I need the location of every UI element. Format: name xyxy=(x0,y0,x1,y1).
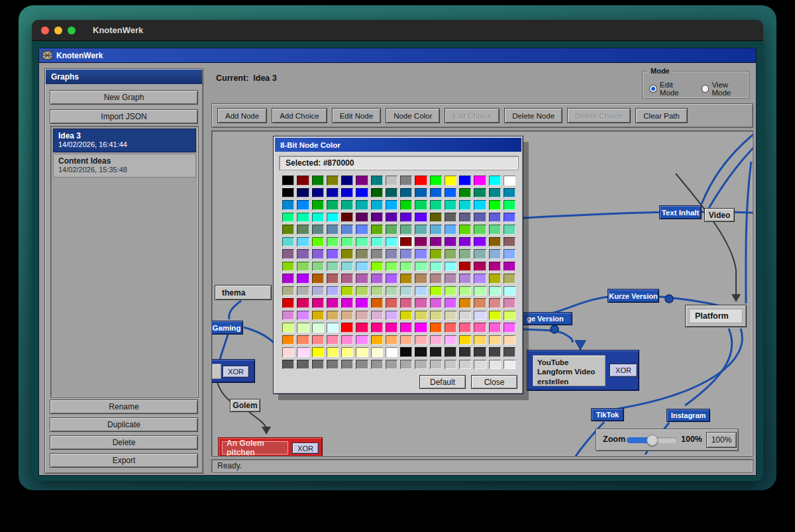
palette-swatch[interactable] xyxy=(356,188,368,198)
palette-swatch[interactable] xyxy=(400,188,412,198)
palette-swatch[interactable] xyxy=(386,249,398,259)
palette-swatch[interactable] xyxy=(386,360,398,370)
palette-swatch[interactable] xyxy=(474,274,486,284)
palette-swatch[interactable] xyxy=(297,323,309,333)
palette-swatch[interactable] xyxy=(327,176,339,186)
palette-swatch[interactable] xyxy=(430,249,442,259)
palette-swatch[interactable] xyxy=(445,249,456,259)
palette-swatch[interactable] xyxy=(474,347,486,357)
delete-button[interactable]: Delete xyxy=(50,435,198,450)
palette-swatch[interactable] xyxy=(445,237,456,247)
palette-swatch[interactable] xyxy=(430,225,442,235)
palette-swatch[interactable] xyxy=(341,249,353,259)
palette-swatch[interactable] xyxy=(386,188,398,198)
palette-swatch[interactable] xyxy=(356,249,368,259)
palette-swatch[interactable] xyxy=(400,225,412,235)
palette-swatch[interactable] xyxy=(459,188,471,198)
palette-swatch[interactable] xyxy=(504,188,515,198)
palette-swatch[interactable] xyxy=(400,200,412,210)
palette-swatch[interactable] xyxy=(371,176,383,186)
import-json-button[interactable]: Import JSON xyxy=(50,109,198,124)
palette-swatch[interactable] xyxy=(415,274,427,284)
palette-swatch[interactable] xyxy=(445,286,456,296)
palette-swatch[interactable] xyxy=(415,188,427,198)
choice-node-youtube[interactable]: YouTube Langform Video erstellen XOR xyxy=(527,350,639,391)
palette-swatch[interactable] xyxy=(386,286,398,296)
palette-swatch[interactable] xyxy=(474,298,486,308)
palette-swatch[interactable] xyxy=(282,200,294,210)
palette-swatch[interactable] xyxy=(282,311,294,321)
edit-mode-radio[interactable] xyxy=(649,85,657,93)
palette-swatch[interactable] xyxy=(459,262,471,272)
graph-list-item[interactable]: Idea 3 14/02/2026, 16:41:44 xyxy=(53,129,196,152)
palette-swatch[interactable] xyxy=(356,360,368,370)
palette-swatch[interactable] xyxy=(415,225,427,235)
close-window-button[interactable] xyxy=(41,27,49,34)
palette-swatch[interactable] xyxy=(474,323,486,333)
palette-swatch[interactable] xyxy=(415,213,427,223)
palette-swatch[interactable] xyxy=(282,262,294,272)
palette-swatch[interactable] xyxy=(459,360,471,370)
palette-swatch[interactable] xyxy=(312,335,324,345)
palette-swatch[interactable] xyxy=(504,335,515,345)
palette-swatch[interactable] xyxy=(504,225,515,235)
palette-swatch[interactable] xyxy=(415,360,427,370)
palette-swatch[interactable] xyxy=(430,298,442,308)
palette-swatch[interactable] xyxy=(356,286,368,296)
palette-swatch[interactable] xyxy=(445,262,456,272)
palette-swatch[interactable] xyxy=(474,311,486,321)
palette-swatch[interactable] xyxy=(430,335,442,345)
palette-swatch[interactable] xyxy=(489,286,501,296)
node-gaming[interactable]: Gaming xyxy=(211,321,243,335)
palette-swatch[interactable] xyxy=(371,237,383,247)
palette-swatch[interactable] xyxy=(282,188,294,198)
add-node-button[interactable]: Add Node xyxy=(217,108,267,123)
palette-swatch[interactable] xyxy=(312,274,324,284)
node-text-inhalt[interactable]: Text Inhalt xyxy=(659,205,702,219)
palette-swatch[interactable] xyxy=(459,249,471,259)
palette-swatch[interactable] xyxy=(474,225,486,235)
palette-swatch[interactable] xyxy=(312,323,324,333)
palette-swatch[interactable] xyxy=(356,323,368,333)
palette-swatch[interactable] xyxy=(341,176,353,186)
palette-swatch[interactable] xyxy=(327,323,339,333)
palette-swatch[interactable] xyxy=(356,225,368,235)
palette-swatch[interactable] xyxy=(312,176,324,186)
palette-swatch[interactable] xyxy=(504,347,515,357)
palette-swatch[interactable] xyxy=(445,311,456,321)
palette-swatch[interactable] xyxy=(297,274,309,284)
node-platform[interactable]: Platform xyxy=(685,305,747,327)
palette-swatch[interactable] xyxy=(489,298,501,308)
palette-swatch[interactable] xyxy=(430,262,442,272)
palette-swatch[interactable] xyxy=(400,286,412,296)
palette-swatch[interactable] xyxy=(445,274,456,284)
palette-swatch[interactable] xyxy=(430,286,442,296)
palette-swatch[interactable] xyxy=(430,274,442,284)
palette-swatch[interactable] xyxy=(489,347,501,357)
palette-swatch[interactable] xyxy=(371,213,383,223)
palette-swatch[interactable] xyxy=(504,311,515,321)
palette-swatch[interactable] xyxy=(504,360,515,370)
view-mode-option[interactable]: View Mode xyxy=(702,81,749,97)
palette-swatch[interactable] xyxy=(371,335,383,345)
palette-swatch[interactable] xyxy=(445,298,456,308)
palette-swatch[interactable] xyxy=(297,347,309,357)
palette-swatch[interactable] xyxy=(356,213,368,223)
palette-swatch[interactable] xyxy=(459,298,471,308)
palette-swatch[interactable] xyxy=(489,237,501,247)
node-kurze-version[interactable]: Kurze Version xyxy=(608,289,659,303)
palette-swatch[interactable] xyxy=(386,274,398,284)
palette-swatch[interactable] xyxy=(489,213,501,223)
palette-swatch[interactable] xyxy=(504,286,515,296)
palette-swatch[interactable] xyxy=(489,274,501,284)
palette-swatch[interactable] xyxy=(341,347,353,357)
palette-swatch[interactable] xyxy=(400,347,412,357)
palette-swatch[interactable] xyxy=(445,360,456,370)
palette-swatch[interactable] xyxy=(386,200,398,210)
palette-swatch[interactable] xyxy=(371,311,383,321)
palette-swatch[interactable] xyxy=(504,213,515,223)
palette-swatch[interactable] xyxy=(489,200,501,210)
palette-swatch[interactable] xyxy=(504,200,515,210)
palette-swatch[interactable] xyxy=(282,347,294,357)
palette-swatch[interactable] xyxy=(474,188,486,198)
